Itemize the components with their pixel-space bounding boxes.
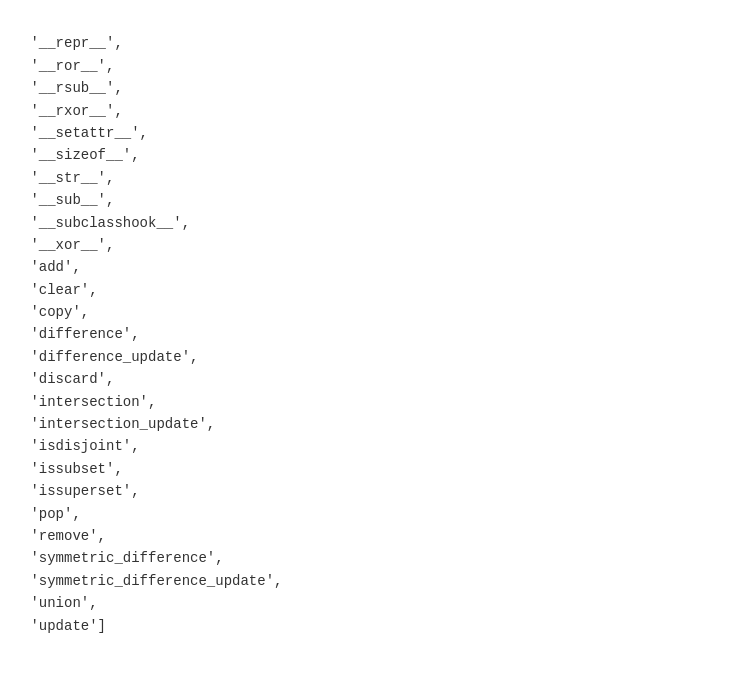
code-line: 'difference_update', bbox=[20, 346, 717, 368]
code-line: '__setattr__', bbox=[20, 122, 717, 144]
code-line: '__str__', bbox=[20, 167, 717, 189]
code-line: 'symmetric_difference', bbox=[20, 547, 717, 569]
code-line: 'isdisjoint', bbox=[20, 435, 717, 457]
code-line: '__ror__', bbox=[20, 55, 717, 77]
code-line: '__sizeof__', bbox=[20, 144, 717, 166]
code-line: 'issubset', bbox=[20, 458, 717, 480]
code-line: '__rsub__', bbox=[20, 77, 717, 99]
code-line: '__rxor__', bbox=[20, 100, 717, 122]
code-line: '__subclasshook__', bbox=[20, 212, 717, 234]
code-line: 'add', bbox=[20, 256, 717, 278]
code-line: 'copy', bbox=[20, 301, 717, 323]
code-line: 'issuperset', bbox=[20, 480, 717, 502]
code-line: 'remove', bbox=[20, 525, 717, 547]
code-line: '__repr__', bbox=[20, 32, 717, 54]
code-line: 'discard', bbox=[20, 368, 717, 390]
code-line: 'symmetric_difference_update', bbox=[20, 570, 717, 592]
code-line: 'intersection', bbox=[20, 391, 717, 413]
code-line: 'intersection_update', bbox=[20, 413, 717, 435]
code-line: 'update'] bbox=[20, 615, 717, 637]
code-line: '__xor__', bbox=[20, 234, 717, 256]
code-output: '__repr__', '__ror__', '__rsub__', '__rx… bbox=[20, 10, 717, 637]
code-line: 'pop', bbox=[20, 503, 717, 525]
code-line: 'difference', bbox=[20, 323, 717, 345]
code-line: 'union', bbox=[20, 592, 717, 614]
code-line: 'clear', bbox=[20, 279, 717, 301]
code-line: '__sub__', bbox=[20, 189, 717, 211]
